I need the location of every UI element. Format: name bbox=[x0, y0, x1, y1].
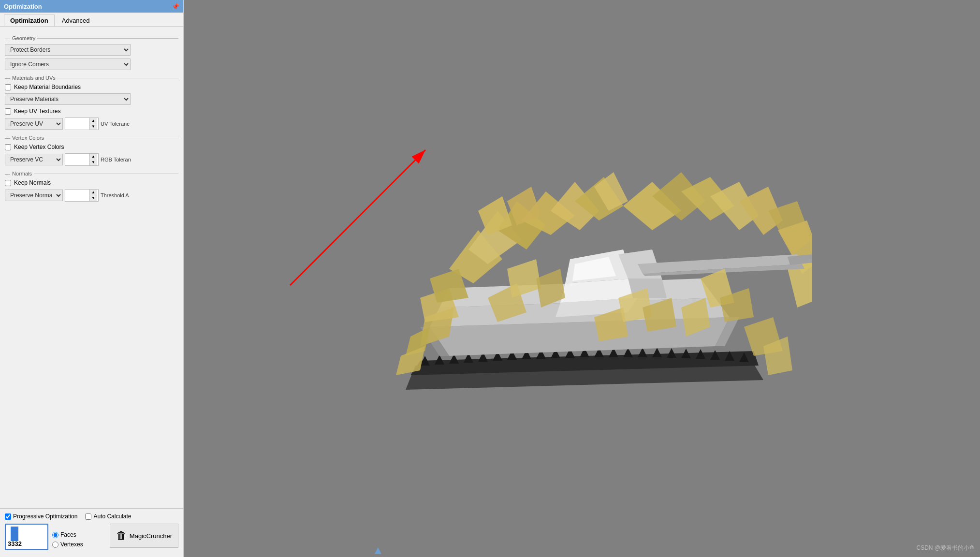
magic-cruncher-button[interactable]: 🗑 MagicCruncher bbox=[110, 524, 178, 548]
keep-normals-checkbox[interactable] bbox=[5, 180, 11, 186]
bottom-checkboxes: Progressive Optimization Auto Calculate bbox=[5, 513, 178, 520]
threshold-label: Threshold A bbox=[101, 192, 129, 198]
protect-borders-select[interactable]: Protect Borders No Borders All Borders bbox=[5, 44, 131, 56]
bottom-arrow-indicator: ▲ bbox=[372, 543, 384, 557]
ignore-corners-select[interactable]: Ignore Corners No Corners All Corners bbox=[5, 59, 131, 70]
keep-vertex-colors-row: Keep Vertex Colors bbox=[5, 144, 178, 150]
uv-down-arrow[interactable]: ▼ bbox=[90, 124, 97, 130]
ignore-corners-row: Ignore Corners No Corners All Corners bbox=[5, 59, 178, 70]
panel-content: Geometry Protect Borders No Borders All … bbox=[0, 27, 183, 508]
viewport: CSDN @爱看书的小鱼 ▲ bbox=[184, 0, 980, 557]
protect-borders-row: Protect Borders No Borders All Borders bbox=[5, 44, 178, 56]
normals-spinbox: 10.0 ▲ ▼ bbox=[65, 189, 99, 202]
magic-cruncher-label: MagicCruncher bbox=[130, 532, 172, 540]
keep-vertex-colors-checkbox[interactable] bbox=[5, 144, 11, 150]
preserve-vc-row: Preserve VC No VC 30 ▲ ▼ RGB Toleran bbox=[5, 153, 178, 166]
magic-cruncher-icon: 🗑 bbox=[116, 529, 127, 542]
face-count-slider[interactable]: 3332 bbox=[5, 524, 48, 550]
uv-spinbox: 0.00 ▲ ▼ bbox=[65, 117, 99, 130]
keep-material-boundaries-row: Keep Material Boundaries bbox=[5, 84, 178, 90]
preserve-materials-select[interactable]: Preserve Materials No Materials bbox=[5, 93, 131, 105]
svg-marker-19 bbox=[638, 348, 647, 357]
tank-viewport-svg bbox=[352, 133, 812, 424]
preserve-vc-select[interactable]: Preserve VC No VC bbox=[5, 154, 63, 165]
uv-value-input[interactable]: 0.00 bbox=[65, 119, 89, 128]
svg-marker-20 bbox=[652, 348, 662, 357]
vertexes-radio-label: Vertexes bbox=[52, 541, 83, 548]
uv-tolerance-label: UV Toleranc bbox=[101, 121, 130, 127]
tab-row: Optimization Advanced bbox=[0, 13, 183, 27]
pin-icon[interactable]: 📌 bbox=[172, 3, 179, 10]
preserve-uv-row: Preserve UV No UV 0.00 ▲ ▼ UV Toleranc bbox=[5, 117, 178, 130]
keep-uv-textures-checkbox[interactable] bbox=[5, 108, 11, 115]
normals-down-arrow[interactable]: ▼ bbox=[90, 195, 97, 201]
keep-material-boundaries-label: Keep Material Boundaries bbox=[14, 84, 81, 90]
vc-spinbox: 30 ▲ ▼ bbox=[65, 153, 99, 166]
vc-up-arrow[interactable]: ▲ bbox=[90, 154, 97, 160]
normals-up-arrow[interactable]: ▲ bbox=[90, 190, 97, 195]
preserve-normals-select[interactable]: Preserve Normals No Normals bbox=[5, 190, 63, 201]
keep-material-boundaries-checkbox[interactable] bbox=[5, 84, 11, 90]
keep-vertex-colors-label: Keep Vertex Colors bbox=[14, 144, 64, 150]
normals-value-input[interactable]: 10.0 bbox=[65, 191, 89, 200]
keep-uv-textures-row: Keep UV Textures bbox=[5, 108, 178, 115]
keep-uv-textures-label: Keep UV Textures bbox=[14, 108, 61, 115]
geometry-section-header: Geometry bbox=[5, 35, 178, 41]
progressive-optimization-label: Progressive Optimization bbox=[5, 513, 77, 520]
slider-fill bbox=[11, 527, 18, 541]
radio-col: Faces Vertexes bbox=[52, 524, 83, 548]
keep-normals-row: Keep Normals bbox=[5, 179, 178, 186]
progressive-optimization-checkbox[interactable] bbox=[5, 513, 11, 520]
svg-marker-21 bbox=[667, 348, 676, 358]
tab-optimization[interactable]: Optimization bbox=[4, 15, 55, 26]
watermark: CSDN @爱看书的小鱼 bbox=[916, 544, 975, 552]
panel-title-bar: Optimization 📌 bbox=[0, 0, 183, 13]
face-count-value: 3332 bbox=[8, 540, 22, 547]
materials-uvs-section-header: Materials and UVs bbox=[5, 75, 178, 81]
svg-marker-5 bbox=[435, 355, 444, 365]
slider-area: 3332 Faces Vertexes bbox=[5, 524, 83, 550]
faces-radio[interactable] bbox=[52, 532, 59, 538]
panel-bottom: Progressive Optimization Auto Calculate … bbox=[0, 508, 183, 557]
preserve-normals-row: Preserve Normals No Normals 10.0 ▲ ▼ Thr… bbox=[5, 189, 178, 202]
faces-radio-label: Faces bbox=[52, 531, 83, 538]
left-panel: Optimization 📌 Optimization Advanced Geo… bbox=[0, 0, 184, 557]
auto-calculate-checkbox[interactable] bbox=[85, 513, 91, 520]
normals-section-header: Normals bbox=[5, 171, 178, 176]
rgb-tolerance-label: RGB Toleran bbox=[101, 157, 131, 162]
panel-title: Optimization bbox=[4, 3, 42, 10]
preserve-uv-select[interactable]: Preserve UV No UV bbox=[5, 118, 63, 130]
uv-up-arrow[interactable]: ▲ bbox=[90, 118, 97, 124]
vertex-colors-section-header: Vertex Colors bbox=[5, 135, 178, 141]
vc-down-arrow[interactable]: ▼ bbox=[90, 160, 97, 165]
vertexes-radio[interactable] bbox=[52, 542, 59, 548]
preserve-materials-row: Preserve Materials No Materials bbox=[5, 93, 178, 105]
keep-normals-label: Keep Normals bbox=[14, 179, 51, 186]
vc-value-input[interactable]: 30 bbox=[65, 155, 89, 164]
tab-advanced[interactable]: Advanced bbox=[56, 15, 96, 26]
auto-calculate-label: Auto Calculate bbox=[85, 513, 131, 520]
